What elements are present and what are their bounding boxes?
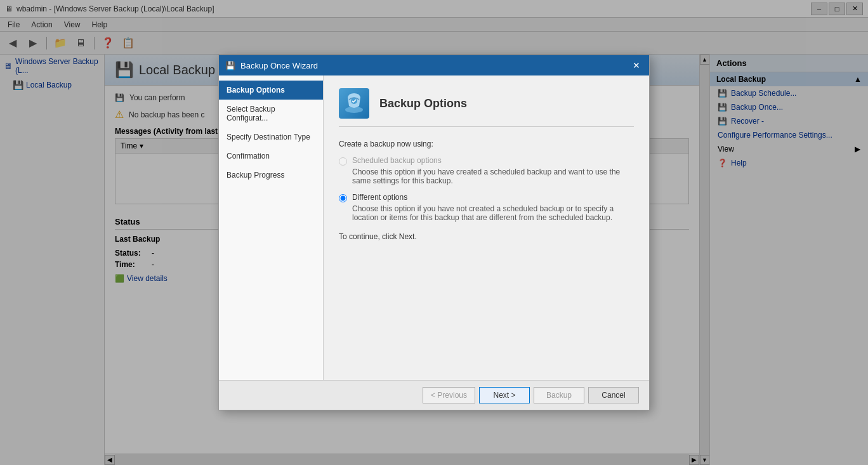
wizard-content: Backup Options Create a backup now using… [324, 75, 649, 380]
modal-title-bar: 💾 Backup Once Wizard ✕ [219, 55, 649, 75]
next-button[interactable]: Next > [479, 387, 530, 403]
wizard-step-backup-progress[interactable]: Backup Progress [219, 166, 323, 185]
wizard-step-select-backup[interactable]: Select Backup Configurat... [219, 100, 323, 128]
wizard-heading: Backup Options [379, 97, 467, 110]
radio-item-different: Different options Choose this option if … [339, 193, 634, 222]
wizard-nav: Backup Options Select Backup Configurat.… [219, 75, 324, 380]
radio-scheduled-label: Scheduled backup options [352, 156, 442, 165]
radio-scheduled[interactable] [339, 157, 347, 166]
radio-different-label: Different options [352, 193, 407, 202]
radio-different-content: Different options Choose this option if … [352, 193, 634, 222]
create-backup-label: Create a backup now using: [339, 140, 634, 148]
wizard-step-specify-destination[interactable]: Specify Destination Type [219, 128, 323, 147]
radio-scheduled-content: Scheduled backup options Choose this opt… [352, 156, 634, 185]
continue-text: To continue, click Next. [339, 232, 634, 241]
modal-close-button[interactable]: ✕ [630, 59, 643, 72]
modal-overlay: 💾 Backup Once Wizard ✕ Backup Options Se… [0, 0, 868, 465]
modal-footer: < Previous Next > Backup Cancel [219, 380, 649, 410]
modal-body: Backup Options Select Backup Configurat.… [219, 75, 649, 380]
radio-item-scheduled: Scheduled backup options Choose this opt… [339, 156, 634, 185]
modal-dialog: 💾 Backup Once Wizard ✕ Backup Options Se… [218, 55, 650, 410]
wizard-header: Backup Options [339, 88, 634, 127]
modal-title: 💾 Backup Once Wizard [225, 61, 318, 70]
radio-group: Scheduled backup options Choose this opt… [339, 156, 634, 222]
cancel-button[interactable]: Cancel [588, 387, 639, 403]
previous-button[interactable]: < Previous [423, 387, 475, 403]
radio-different-sublabel: Choose this option if you have not creat… [352, 204, 634, 222]
backup-button[interactable]: Backup [534, 387, 584, 403]
modal-title-text: Backup Once Wizard [240, 61, 318, 70]
modal-title-icon: 💾 [225, 61, 235, 70]
wizard-step-confirmation[interactable]: Confirmation [219, 147, 323, 166]
wizard-header-icon [339, 88, 369, 119]
radio-scheduled-sublabel: Choose this option if you have created a… [352, 167, 634, 185]
wizard-step-backup-options[interactable]: Backup Options [219, 81, 323, 100]
radio-different[interactable] [339, 194, 347, 202]
